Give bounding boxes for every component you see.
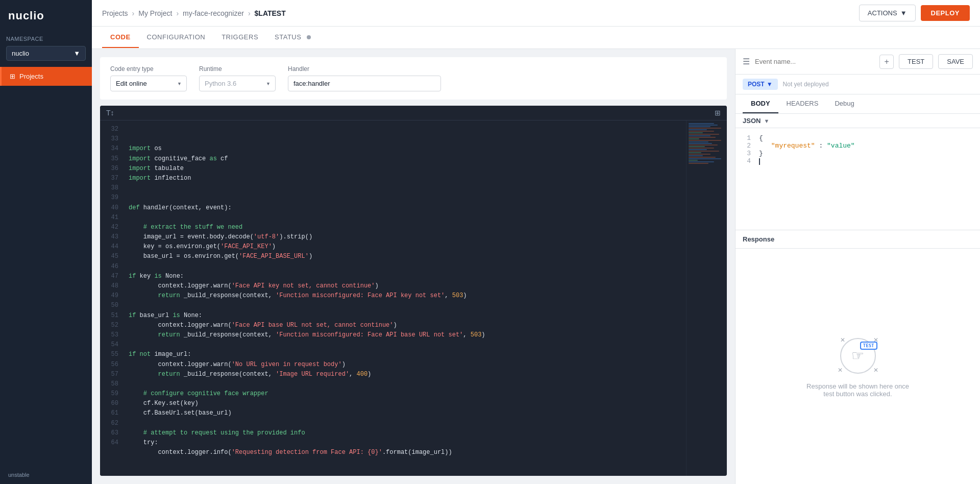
code-panel: Code entry type Edit online Runtime Pyth… <box>92 49 735 484</box>
breadcrumb-projects[interactable]: Projects <box>102 9 128 17</box>
right-panel-method: POST ▼ Not yet deployed <box>736 75 980 94</box>
namespace-value: nuclio <box>12 50 29 57</box>
json-format-label: JSON <box>743 117 761 125</box>
tabs-bar: CODE CONFIGURATION TRIGGERS STATUS <box>92 27 980 49</box>
tab-triggers[interactable]: TRIGGERS <box>213 27 266 48</box>
cross-icon-tl: ✕ <box>840 336 845 344</box>
sidebar-item-projects[interactable]: ⊞ Projects <box>0 67 92 86</box>
body-line-3: 3} <box>743 150 973 157</box>
code-lines[interactable]: import os import cognitive_face as cf im… <box>125 120 686 476</box>
save-button[interactable]: SAVE <box>938 54 973 69</box>
breadcrumb-version: $LATEST <box>255 9 286 17</box>
right-panel: ☰ + TEST SAVE POST ▼ Not yet deployed BO… <box>735 49 980 484</box>
json-format-dropdown[interactable]: ▼ <box>764 118 769 124</box>
sidebar-version: unstable <box>0 466 92 484</box>
namespace-selector[interactable]: nuclio ▼ <box>6 46 86 61</box>
test-badge: TEST <box>860 342 877 350</box>
method-badge[interactable]: POST ▼ <box>743 79 778 90</box>
code-editor: T↕ ⊞ 32 33 34 35 36 37 38 39 40 41 <box>100 106 727 476</box>
minimap <box>686 120 727 476</box>
runtime-group: Runtime Python 3.6 <box>199 65 276 91</box>
add-event-button[interactable]: + <box>879 55 894 69</box>
projects-icon: ⊞ <box>10 72 15 80</box>
entry-type-select-wrapper: Edit online <box>110 76 187 91</box>
actions-label: ACTIONS <box>868 9 897 17</box>
font-size-icon[interactable]: T↕ <box>106 109 114 117</box>
entry-type-group: Code entry type Edit online <box>110 65 187 91</box>
sidebar: nuclio Namespace nuclio ▼ ⊞ Projects uns… <box>0 0 92 484</box>
entry-type-label: Code entry type <box>110 65 187 72</box>
rpanel-tab-debug[interactable]: Debug <box>826 94 862 113</box>
handler-group: Handler <box>288 65 441 91</box>
topbar: Projects › My Project › my-face-recogniz… <box>92 0 980 27</box>
response-placeholder: Response will be shown here once test bu… <box>806 382 909 398</box>
main-area: Projects › My Project › my-face-recogniz… <box>92 0 980 484</box>
runtime-select-wrapper: Python 3.6 <box>199 76 276 91</box>
cross-icon-bl: ✕ <box>838 367 843 374</box>
namespace-label: Namespace <box>0 32 92 44</box>
body-line-4: 4 <box>743 157 973 165</box>
test-circle: ☞ TEST <box>840 338 876 374</box>
expand-icon[interactable]: ⊞ <box>715 109 721 117</box>
method-chevron-icon: ▼ <box>767 81 773 88</box>
breadcrumb-sep-3: › <box>248 9 251 17</box>
runtime-select[interactable]: Python 3.6 <box>199 76 276 91</box>
status-dot <box>307 35 311 39</box>
runtime-label: Runtime <box>199 65 276 72</box>
body-line-1: 1{ <box>743 134 973 142</box>
code-settings: Code entry type Edit online Runtime Pyth… <box>100 57 727 100</box>
tab-configuration[interactable]: CONFIGURATION <box>139 27 214 48</box>
sidebar-item-label: Projects <box>19 72 43 80</box>
hamburger-icon[interactable]: ☰ <box>743 57 750 66</box>
breadcrumb-project[interactable]: My Project <box>138 9 172 17</box>
content-area: Code entry type Edit online Runtime Pyth… <box>92 49 980 484</box>
rpanel-tab-headers[interactable]: HEADERS <box>778 94 827 113</box>
breadcrumb: Projects › My Project › my-face-recogniz… <box>102 9 286 17</box>
editor-toolbar: T↕ ⊞ <box>100 106 727 120</box>
topbar-actions: ACTIONS ▼ DEPLOY <box>859 5 970 21</box>
body-editor[interactable]: 1{ 2 "myrequest" : "value" 3} 4 <box>736 128 980 230</box>
deployment-status: Not yet deployed <box>783 81 829 88</box>
rpanel-tab-body[interactable]: BODY <box>743 94 778 113</box>
breadcrumb-sep-2: › <box>176 9 179 17</box>
chevron-down-icon: ▼ <box>900 9 907 17</box>
breadcrumb-sep-1: › <box>132 9 135 17</box>
deploy-button[interactable]: DEPLOY <box>921 5 970 21</box>
app-logo: nuclio <box>0 0 92 32</box>
method-label: POST <box>748 81 765 88</box>
tab-code[interactable]: CODE <box>102 27 139 48</box>
line-numbers: 32 33 34 35 36 37 38 39 40 41 42 43 44 4… <box>100 120 125 476</box>
response-text-1: Response will be shown here once <box>806 382 909 390</box>
chevron-down-icon: ▼ <box>74 50 80 57</box>
right-panel-header: ☰ + TEST SAVE <box>736 49 980 75</box>
event-name-input[interactable] <box>755 58 874 65</box>
right-panel-tabs: BODY HEADERS Debug <box>736 94 980 114</box>
entry-type-select[interactable]: Edit online <box>110 76 187 91</box>
hand-pointer-icon: ☞ <box>851 347 864 364</box>
test-button[interactable]: TEST <box>899 54 933 69</box>
test-illustration: ✕ ✕ ☞ TEST ✕ ✕ <box>838 335 878 376</box>
breadcrumb-function[interactable]: my-face-recognizer <box>183 9 244 17</box>
actions-button[interactable]: ACTIONS ▼ <box>859 5 916 21</box>
response-body: ✕ ✕ ☞ TEST ✕ ✕ Response will be shown he… <box>736 249 980 484</box>
handler-input[interactable] <box>288 76 441 91</box>
body-line-2: 2 "myrequest" : "value" <box>743 142 973 150</box>
response-header: Response <box>736 230 980 249</box>
response-panel: Response ✕ ✕ ☞ TEST ✕ ✕ <box>736 230 980 484</box>
cross-icon-br: ✕ <box>873 367 878 374</box>
response-text-2: test button was clicked. <box>806 390 909 398</box>
status-tab-label: STATUS <box>275 33 301 41</box>
handler-label: Handler <box>288 65 441 72</box>
tab-status[interactable]: STATUS <box>266 27 318 48</box>
editor-body[interactable]: 32 33 34 35 36 37 38 39 40 41 42 43 44 4… <box>100 120 727 476</box>
json-toolbar: JSON ▼ <box>736 114 980 128</box>
